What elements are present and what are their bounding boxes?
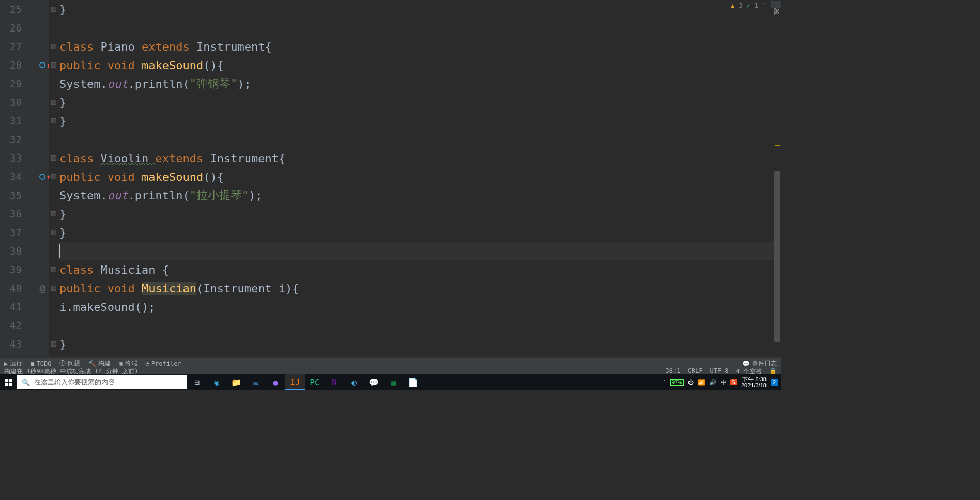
- svg-rect-3: [9, 383, 12, 386]
- fold-toggle-icon[interactable]: [51, 211, 56, 216]
- line-number: 36: [6, 208, 22, 220]
- fold-toggle-icon[interactable]: [51, 230, 56, 235]
- line-number: 42: [6, 320, 22, 331]
- line-number: 39: [6, 264, 22, 275]
- chat-icon: 💬: [742, 360, 750, 367]
- fold-toggle-icon[interactable]: [51, 155, 56, 161]
- fold-toggle-icon[interactable]: [51, 286, 56, 291]
- tray-overflow-icon[interactable]: ˄: [663, 379, 666, 386]
- clock[interactable]: 下午 5:38 2021/3/18: [741, 376, 767, 388]
- line-number: 33: [6, 152, 22, 164]
- todo-tool-button[interactable]: ≣TODO: [30, 360, 51, 367]
- line-number: 41: [6, 301, 22, 312]
- line-number: 29: [6, 78, 22, 89]
- search-placeholder: 在这里输入你要搜索的内容: [34, 378, 115, 387]
- notepad-icon[interactable]: 📄: [403, 374, 423, 390]
- line-number: 40: [6, 283, 22, 294]
- edge-icon[interactable]: ◉: [207, 374, 226, 390]
- line-number: 30: [6, 97, 22, 108]
- ok-icon: ✔: [747, 2, 751, 9]
- warning-marker[interactable]: [775, 145, 780, 146]
- fold-toggle-icon[interactable]: [51, 62, 56, 68]
- override-method-icon[interactable]: ↑: [39, 174, 45, 180]
- notification-icon[interactable]: 2: [771, 379, 778, 386]
- wifi-icon[interactable]: 📶: [698, 379, 705, 386]
- volume-icon[interactable]: 🔊: [709, 379, 716, 386]
- fold-toggle-icon[interactable]: [51, 7, 56, 12]
- ime-indicator[interactable]: 中: [721, 379, 726, 386]
- line-number: 25: [6, 4, 22, 15]
- svg-rect-1: [9, 379, 12, 382]
- fold-toggle-icon[interactable]: [51, 118, 56, 123]
- line-number: 34: [6, 171, 22, 182]
- tray-icon[interactable]: ⏻: [688, 379, 694, 385]
- fold-toggle-icon[interactable]: [51, 174, 56, 179]
- line-number: 37: [6, 227, 22, 238]
- wechat-icon[interactable]: 💬: [364, 374, 384, 390]
- text-caret: [59, 244, 60, 258]
- override-method-icon[interactable]: ↑: [39, 62, 45, 68]
- ok-count: 1: [755, 2, 758, 9]
- fold-toggle-icon[interactable]: [51, 341, 56, 347]
- line-number: 38: [6, 245, 22, 257]
- database-tool-tab[interactable]: 数据库: [771, 1, 781, 8]
- onenote-icon[interactable]: N: [325, 374, 344, 390]
- search-icon: 🔍: [22, 379, 30, 386]
- code-editor[interactable]: } class Piano extends Instrument{ public…: [58, 0, 781, 361]
- app-icon[interactable]: ◐: [344, 374, 364, 390]
- line-number: 32: [6, 134, 22, 145]
- line-number: 27: [6, 41, 22, 52]
- annotation-icon[interactable]: @: [40, 283, 45, 294]
- pycharm-icon[interactable]: PC: [305, 374, 325, 390]
- task-view-icon[interactable]: ⊞: [187, 374, 207, 390]
- svg-rect-0: [5, 379, 8, 382]
- mail-icon[interactable]: ✉: [246, 374, 266, 390]
- svg-rect-2: [5, 383, 8, 386]
- sogou-icon[interactable]: S: [730, 379, 737, 385]
- hammer-icon: 🔨: [88, 360, 96, 367]
- warning-icon: ▲: [731, 2, 734, 9]
- line-number: 31: [6, 115, 22, 127]
- line-number: 35: [6, 190, 22, 201]
- scrollbar-thumb[interactable]: [774, 171, 780, 342]
- gauge-icon: ◔: [146, 360, 149, 367]
- list-icon: ≣: [30, 360, 34, 367]
- fold-column: [49, 0, 58, 361]
- chevron-up-icon[interactable]: ˄: [762, 2, 765, 9]
- line-number: 43: [6, 338, 22, 350]
- windows-search-input[interactable]: 🔍 在这里输入你要搜索的内容: [17, 375, 187, 389]
- windows-taskbar: 🔍 在这里输入你要搜索的内容 ⊞ ◉ 📁 ✉ ● IJ PC N ◐ 💬 ▦ 📄…: [0, 374, 781, 390]
- inspections-widget[interactable]: ▲3 ✔1 ˄ ˅: [731, 2, 773, 9]
- editor-area: 25 26 27 28 ↑ 29 30 31 32 33 34 ↑ 35 36 …: [0, 0, 781, 361]
- editor-scrollbar[interactable]: [774, 0, 781, 361]
- fold-toggle-icon[interactable]: [51, 267, 56, 272]
- play-icon: ▶: [4, 360, 8, 367]
- excel-icon[interactable]: ▦: [384, 374, 403, 390]
- app-icon[interactable]: ●: [266, 374, 285, 390]
- warning-count: 3: [739, 2, 742, 9]
- gutter: 25 26 27 28 ↑ 29 30 31 32 33 34 ↑ 35 36 …: [0, 0, 49, 361]
- system-tray: ˄ 97% ⏻ 📶 🔊 中 S 下午 5:38 2021/3/18 2: [663, 376, 781, 388]
- start-button[interactable]: [0, 374, 17, 390]
- battery-icon[interactable]: 97%: [670, 379, 684, 386]
- explorer-icon[interactable]: 📁: [226, 374, 246, 390]
- line-number: 28: [6, 59, 22, 71]
- profiler-tool-button[interactable]: ◔Profiler: [146, 360, 181, 367]
- line-number: 26: [6, 22, 22, 34]
- fold-toggle-icon[interactable]: [51, 100, 56, 105]
- intellij-icon[interactable]: IJ: [285, 374, 305, 390]
- fold-toggle-icon[interactable]: [51, 44, 56, 49]
- terminal-icon: ▣: [119, 360, 122, 367]
